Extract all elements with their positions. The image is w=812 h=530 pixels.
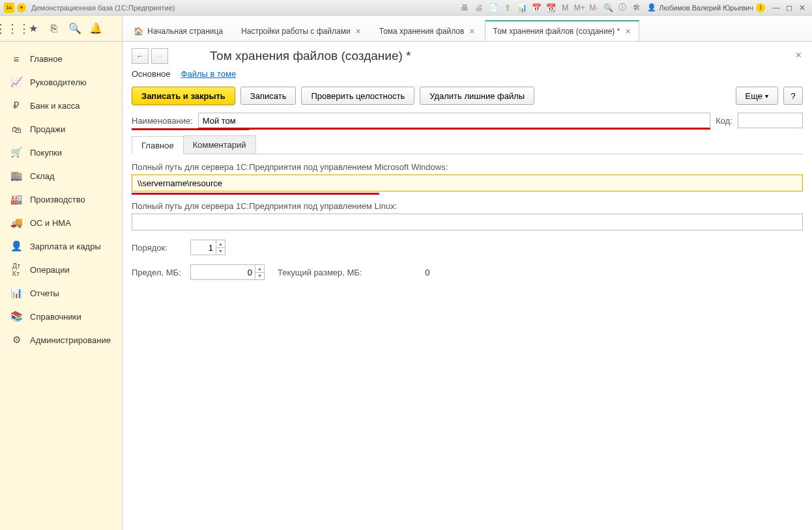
- inner-tab-comment[interactable]: Комментарий: [183, 135, 256, 154]
- sidebar-item-warehouse[interactable]: 🏬Склад: [0, 164, 122, 188]
- limit-input[interactable]: [190, 264, 255, 280]
- sidebar-item-label: Зарплата и кадры: [30, 242, 101, 251]
- info-icon[interactable]: ⓘ: [617, 3, 628, 13]
- sidebar-item-sales[interactable]: 🛍Продажи: [0, 117, 122, 141]
- title-bar: 1c ▾ Демонстрационная база (1С:Предприят…: [0, 0, 812, 16]
- order-label: Порядок:: [132, 243, 184, 253]
- sidebar-item-label: Справочники: [30, 312, 81, 322]
- sidebar-item-label: Руководителю: [30, 77, 87, 87]
- app-menu-dropdown[interactable]: ▾: [17, 3, 26, 12]
- sidebar-item-operations[interactable]: ДтКтОперации: [0, 258, 122, 281]
- back-button[interactable]: ←: [132, 48, 149, 64]
- maximize-button[interactable]: ◻: [783, 3, 795, 13]
- tools-icon[interactable]: 🛠: [631, 3, 642, 13]
- limit-spinner[interactable]: ▲▼: [255, 264, 265, 280]
- sidebar: ≡Главное 📈Руководителю ₽Банк и касса 🛍Пр…: [0, 42, 123, 530]
- current-label: Текущий размер, МБ:: [278, 268, 362, 277]
- sidebar-item-production[interactable]: 🏭Производство: [0, 188, 122, 211]
- books-icon: 📚: [10, 311, 22, 322]
- date-icon[interactable]: 📆: [545, 3, 556, 13]
- delete-extra-button[interactable]: Удалить лишние файлы: [420, 87, 534, 105]
- sidebar-item-reports[interactable]: 📊Отчеты: [0, 281, 122, 305]
- sidebar-item-label: Отчеты: [30, 288, 59, 298]
- path-linux-input[interactable]: [132, 214, 803, 230]
- subtab-main[interactable]: Основное: [132, 69, 171, 79]
- gear-icon: ⚙: [10, 334, 22, 346]
- sidebar-item-purchases[interactable]: 🛒Покупки: [0, 141, 122, 164]
- sidebar-item-label: Администрирование: [30, 335, 111, 345]
- code-input[interactable]: [738, 113, 803, 128]
- sidebar-item-admin[interactable]: ⚙Администрирование: [0, 328, 122, 352]
- m-plus[interactable]: M+: [574, 3, 585, 13]
- ruble-icon: ₽: [10, 100, 22, 111]
- sidebar-item-label: Продажи: [30, 124, 65, 134]
- top-bar: ⋮⋮⋮ ★ ⎘ 🔍 🔔 🏠 Начальная страница Настрой…: [0, 16, 812, 42]
- help-button[interactable]: ?: [783, 87, 803, 105]
- order-input[interactable]: [190, 240, 216, 255]
- bell-icon[interactable]: 🔔: [90, 23, 102, 35]
- forward-button[interactable]: →: [151, 48, 168, 64]
- sidebar-item-main[interactable]: ≡Главное: [0, 47, 122, 70]
- m-minus[interactable]: M-: [588, 3, 599, 13]
- user-info-icon[interactable]: i: [756, 3, 765, 12]
- sidebar-item-label: Операции: [30, 265, 70, 275]
- doc-icon[interactable]: 📄: [488, 3, 499, 13]
- save-close-button[interactable]: Записать и закрыть: [132, 87, 235, 105]
- tab-home[interactable]: 🏠 Начальная страница: [125, 20, 231, 41]
- report-icon: 📊: [10, 287, 22, 299]
- save-button[interactable]: Записать: [240, 87, 297, 105]
- sidebar-item-label: Покупки: [30, 148, 62, 158]
- sidebar-item-manager[interactable]: 📈Руководителю: [0, 70, 122, 94]
- tab-file-settings[interactable]: Настройки работы с файлами ×: [233, 20, 370, 41]
- tab-close-icon[interactable]: ×: [625, 26, 630, 36]
- inner-tab-main[interactable]: Главное: [132, 136, 184, 154]
- share-icon[interactable]: ⇪: [502, 3, 513, 13]
- print-icon[interactable]: 🖨: [474, 3, 484, 13]
- close-icon[interactable]: ×: [796, 49, 802, 61]
- m-memory[interactable]: M: [560, 3, 570, 13]
- app-icon: 1c: [4, 3, 14, 13]
- search-icon[interactable]: 🔍: [69, 23, 81, 35]
- spin-up-icon[interactable]: ▲: [216, 240, 225, 248]
- tab-close-icon[interactable]: ×: [356, 26, 361, 36]
- content-area: × ← → Том хранения файлов (создание) * О…: [123, 42, 812, 530]
- spin-down-icon[interactable]: ▼: [216, 248, 225, 255]
- user-badge[interactable]: 👤 Любимов Валерий Юрьевич i: [647, 3, 765, 12]
- titlebar-tools: 🖶 🖨 📄 ⇪ 📊 📅 📆 M M+ M- 🔍 ⓘ 🛠: [459, 3, 642, 13]
- search-icon[interactable]: 🔍: [603, 3, 613, 13]
- subtab-files[interactable]: Файлы в томе: [181, 69, 237, 79]
- calendar-icon[interactable]: 📅: [531, 3, 542, 13]
- tab-label: Тома хранения файлов: [379, 27, 465, 36]
- factory-icon: 🏭: [10, 193, 22, 205]
- name-input[interactable]: [198, 113, 711, 128]
- calc-icon[interactable]: 📊: [517, 3, 527, 13]
- spin-down-icon[interactable]: ▼: [255, 273, 264, 280]
- sidebar-item-catalogs[interactable]: 📚Справочники: [0, 305, 122, 328]
- user-icon: 👤: [647, 3, 656, 12]
- sidebar-item-hr[interactable]: 👤Зарплата и кадры: [0, 234, 122, 258]
- apps-icon[interactable]: ⋮⋮⋮: [7, 23, 18, 35]
- toolbar-column: ⋮⋮⋮ ★ ⎘ 🔍 🔔: [0, 16, 123, 41]
- tab-storage-volumes[interactable]: Тома хранения файлов ×: [371, 20, 484, 41]
- tab-close-icon[interactable]: ×: [469, 26, 474, 36]
- bag-icon: 🛍: [10, 123, 22, 135]
- star-icon[interactable]: ★: [27, 23, 39, 35]
- sidebar-item-label: Производство: [30, 195, 85, 204]
- tab-volume-create[interactable]: Том хранения файлов (создание) * ×: [485, 20, 639, 41]
- more-button[interactable]: Еще ▾: [736, 87, 778, 105]
- spin-up-icon[interactable]: ▲: [255, 265, 264, 273]
- sidebar-item-label: Склад: [30, 171, 55, 181]
- tool-icon[interactable]: 🖶: [459, 3, 470, 13]
- sidebar-item-bank[interactable]: ₽Банк и касса: [0, 94, 122, 117]
- validation-underline: [132, 193, 379, 195]
- cart-icon: 🛒: [10, 146, 22, 158]
- code-label: Код:: [716, 116, 732, 126]
- path-win-input[interactable]: [132, 174, 803, 191]
- link-icon[interactable]: ⎘: [48, 23, 60, 35]
- sidebar-item-assets[interactable]: 🚚ОС и НМА: [0, 211, 122, 234]
- check-integrity-button[interactable]: Проверить целостность: [301, 87, 414, 105]
- minimize-button[interactable]: —: [770, 3, 782, 13]
- close-button[interactable]: ✕: [796, 3, 808, 13]
- order-spinner[interactable]: ▲▼: [216, 240, 225, 255]
- tab-bar: 🏠 Начальная страница Настройки работы с …: [123, 16, 812, 41]
